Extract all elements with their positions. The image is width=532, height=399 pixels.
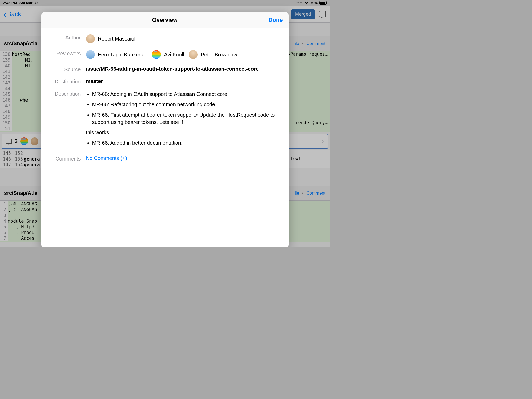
reviewer: Eero Tapio Kaukonen: [86, 50, 148, 59]
description-value: MR-66: Adding in OAuth support to Atlass…: [86, 90, 283, 150]
reviewer: Peter Brownlow: [189, 50, 237, 59]
author-name: Robert Massaioli: [98, 36, 137, 42]
description-item: MR-66: Added in better documentation.: [92, 139, 283, 147]
reviewers-list: Eero Tapio KaukonenAvi KnollPeter Brownl…: [86, 50, 283, 60]
source-branch: issue/MR-66-adding-in-oauth-token-suppor…: [86, 66, 283, 72]
avatar-icon: [152, 50, 161, 59]
modal-backdrop[interactable]: Overview Done Author Robert Massaioli Re…: [0, 6, 330, 247]
modal-title: Overview: [152, 17, 178, 23]
avatar-icon: [189, 50, 198, 59]
status-time: 2:46 PM: [3, 1, 17, 5]
done-button[interactable]: Done: [269, 17, 283, 23]
label-source: Source: [47, 66, 86, 72]
reviewer: Avi Knoll: [152, 50, 184, 59]
battery-icon: [319, 1, 327, 5]
label-reviewers: Reviewers: [47, 50, 86, 57]
description-item: MR-66: First attempt at bearer token sup…: [92, 111, 283, 126]
label-destination: Destination: [47, 78, 86, 85]
status-bar: 2:46 PM Sat Mar 30 •••• 79%: [0, 0, 330, 6]
modal-body: Author Robert Massaioli Reviewers Eero T…: [41, 28, 289, 247]
status-date: Sat Mar 30: [19, 1, 38, 5]
label-comments: Comments: [47, 155, 86, 162]
avatar-icon: [86, 50, 95, 59]
label-author: Author: [47, 34, 86, 41]
cellular-icon: ••••: [296, 1, 303, 5]
battery-percent: 79%: [310, 1, 318, 5]
label-description: Description: [47, 90, 86, 97]
wifi-icon: [304, 1, 309, 5]
no-comments-link[interactable]: No Comments (+): [86, 155, 127, 161]
modal-header: Overview Done: [41, 12, 289, 28]
destination-branch: master: [86, 78, 283, 84]
avatar-icon: [86, 34, 95, 43]
description-text: this works.: [86, 129, 283, 136]
overview-modal: Overview Done Author Robert Massaioli Re…: [41, 12, 289, 247]
description-item: MR-66: Refactoring out the common networ…: [92, 101, 283, 108]
description-item: MR-66: Adding in OAuth support to Atlass…: [92, 90, 283, 98]
